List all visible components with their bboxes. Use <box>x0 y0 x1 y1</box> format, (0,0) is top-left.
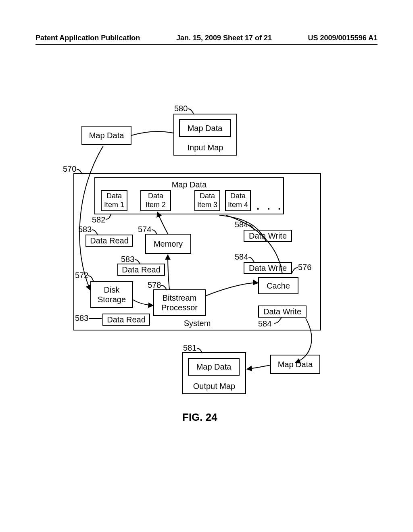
arrows-layer <box>0 0 413 532</box>
diagram-canvas: Input Map Map Data Map Data 580 570 Syst… <box>0 0 413 532</box>
